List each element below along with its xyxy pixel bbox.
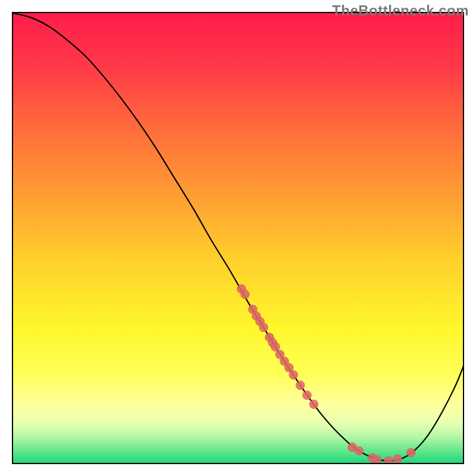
svg-rect-0	[13, 13, 463, 463]
plot-area	[12, 12, 464, 464]
background-gradient	[13, 13, 463, 463]
chart-container: TheBottleneck.com	[0, 0, 476, 476]
